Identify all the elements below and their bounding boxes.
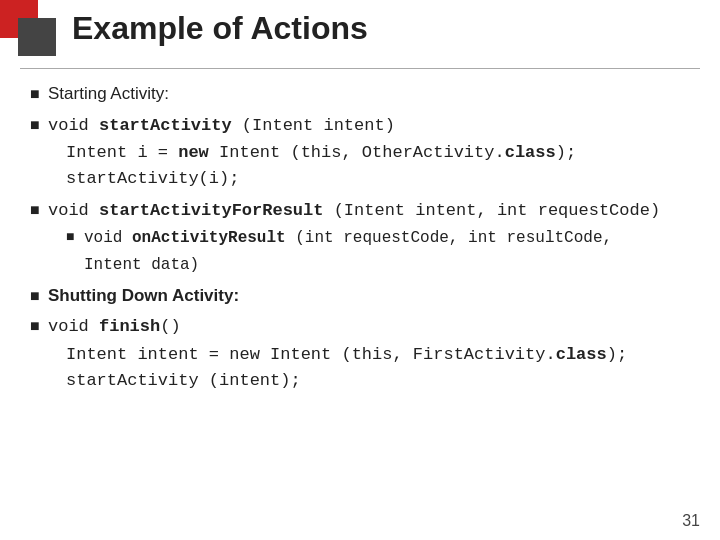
- bullet-2-text-line1: void startActivity (Intent intent): [48, 113, 395, 139]
- startActivity-method: startActivity: [99, 116, 232, 135]
- deco-dark-square: [18, 18, 56, 56]
- bullet-5-marker: ■: [30, 317, 48, 335]
- bullet-3-marker: ■: [30, 201, 48, 219]
- void-keyword-2: void: [48, 201, 99, 220]
- bullet-1-section: ■ Starting Activity:: [30, 82, 690, 107]
- slide-title: Example of Actions: [72, 10, 368, 47]
- finish-method: finish: [99, 317, 160, 336]
- finish-parens: (): [160, 317, 180, 336]
- onActivityResult-method: onActivityResult: [132, 229, 286, 247]
- bullet-1-line: ■ Starting Activity:: [30, 82, 690, 107]
- sub-bullet-3-text: void onActivityResult (int requestCode, …: [84, 225, 612, 250]
- slide-content: ■ Starting Activity: ■ void startActivit…: [30, 82, 690, 500]
- title-divider: [20, 68, 700, 69]
- intent-param-1: (Intent intent): [232, 116, 395, 135]
- bullet-3-line1: ■ void startActivityForResult (Intent in…: [30, 198, 690, 224]
- intent-i-line: Intent i = new Intent (this, OtherActivi…: [66, 143, 576, 162]
- bullet-1-marker: ■: [30, 85, 48, 103]
- void-keyword-3: void: [84, 229, 132, 247]
- void-keyword-1: void: [48, 116, 99, 135]
- decorative-squares: [0, 0, 70, 60]
- bullet-4-line: ■ Shutting Down Activity:: [30, 284, 690, 309]
- bullet-5-line1: ■ void finish(): [30, 314, 690, 340]
- bullet-3-subbullet-line1: ■ void onActivityResult (int requestCode…: [66, 225, 690, 250]
- bullet-4-text: Shutting Down Activity:: [48, 284, 239, 309]
- bullet-4-section: ■ Shutting Down Activity:: [30, 284, 690, 309]
- bullet-5-indent-line1: Intent intent = new Intent (this, FirstA…: [66, 342, 690, 368]
- bullet-5-section: ■ void finish() Intent intent = new Inte…: [30, 314, 690, 393]
- bullet-2-section: ■ void startActivity (Intent intent) Int…: [30, 113, 690, 192]
- bullet-2-marker: ■: [30, 116, 48, 134]
- void-keyword-4: void: [48, 317, 99, 336]
- page-number: 31: [682, 512, 700, 530]
- intent-new-line: Intent intent = new Intent (this, FirstA…: [66, 345, 627, 364]
- intent-data-param: Intent data): [84, 256, 199, 274]
- bullet-4-marker: ■: [30, 287, 48, 305]
- bullet-2-line1: ■ void startActivity (Intent intent): [30, 113, 690, 139]
- forresult-params: (Intent intent, int requestCode): [323, 201, 660, 220]
- bullet-2-indent-line2: startActivity(i);: [66, 166, 690, 192]
- bullet-5-text-line1: void finish(): [48, 314, 181, 340]
- onresult-params: (int requestCode, int resultCode,: [286, 229, 612, 247]
- bullet-3-text-line1: void startActivityForResult (Intent inte…: [48, 198, 660, 224]
- bullet-2-indent-line1: Intent i = new Intent (this, OtherActivi…: [66, 140, 690, 166]
- sub-bullet-3-marker: ■: [66, 228, 84, 244]
- bullet-3-section: ■ void startActivityForResult (Intent in…: [30, 198, 690, 278]
- startActivityForResult-method: startActivityForResult: [99, 201, 323, 220]
- bullet-3-sub-indent: Intent data): [84, 252, 690, 277]
- bullet-5-indent-line2: startActivity (intent);: [66, 368, 690, 394]
- startActivity-i-line: startActivity(i);: [66, 169, 239, 188]
- startActivity-intent-line: startActivity (intent);: [66, 371, 301, 390]
- bullet-1-text: Starting Activity:: [48, 82, 169, 107]
